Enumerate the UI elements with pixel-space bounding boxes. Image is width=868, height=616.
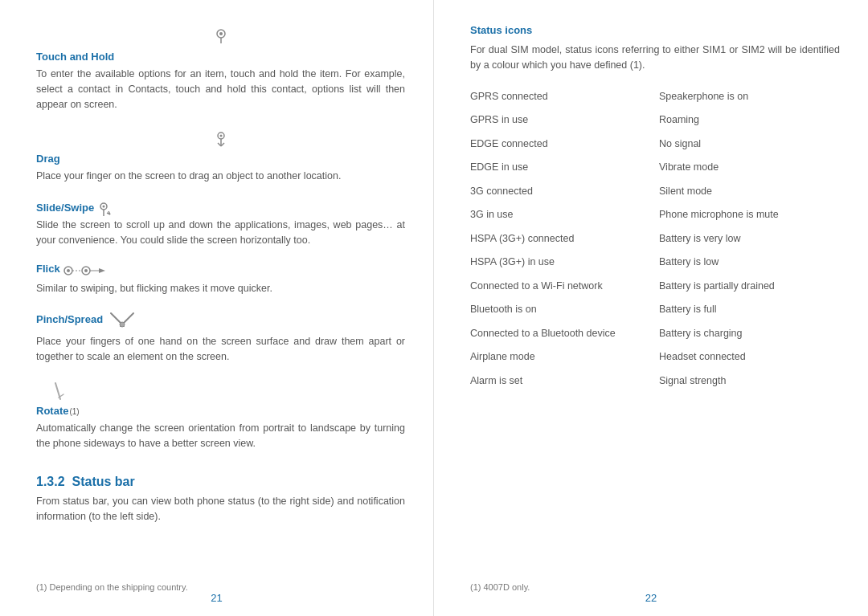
- drag-icon: [212, 129, 230, 147]
- svg-point-22: [120, 322, 125, 327]
- pinch-spread-icon: [108, 310, 137, 332]
- status-item: Battery is charging: [659, 322, 840, 346]
- slide-swipe-icon: [97, 200, 115, 218]
- status-item: Vibrate mode: [659, 156, 840, 180]
- rotate-title: Rotate: [36, 405, 68, 417]
- pinch-spread-body: Place your fingers of one hand on the sc…: [36, 334, 405, 365]
- status-item: Alarm is set: [470, 369, 651, 394]
- status-col-2: Speakerphone is onRoamingNo signalVibrat…: [659, 85, 840, 601]
- status-item: Battery is partially drained: [659, 275, 840, 299]
- status-icons-title: Status icons: [470, 24, 840, 36]
- status-item: GPRS in use: [470, 108, 651, 133]
- svg-point-1: [219, 32, 223, 35]
- rotate-icon: [52, 381, 68, 401]
- svg-point-9: [103, 206, 105, 208]
- touch-hold-icon-container: [36, 27, 405, 47]
- status-item: HSPA (3G+) in use: [470, 251, 651, 275]
- status-item: GPRS connected: [470, 85, 651, 109]
- status-intro: For dual SIM model, status icons referri…: [470, 43, 840, 73]
- status-item: Connected to a Wi-Fi network: [470, 275, 651, 299]
- status-item: Roaming: [659, 108, 840, 133]
- status-table: GPRS connectedGPRS in useEDGE connectedE…: [470, 85, 840, 601]
- chapter-title: Status bar: [72, 475, 134, 488]
- pinch-spread-section: Pinch/Spread Place your fingers of one h…: [36, 310, 405, 373]
- status-item: Battery is low: [659, 251, 840, 275]
- status-item: EDGE connected: [470, 133, 651, 157]
- page: Touch and Hold To enter the available op…: [0, 0, 868, 616]
- status-item: Bluetooth is on: [470, 298, 651, 322]
- status-item: Airplane mode: [470, 345, 651, 369]
- status-item: Battery is full: [659, 298, 840, 322]
- drag-body: Place your finger on the screen to drag …: [36, 169, 405, 184]
- slide-swipe-section: Slide/Swipe Slide the screen to scroll u…: [36, 198, 405, 256]
- flick-title: Flick: [36, 263, 60, 275]
- right-column: Status icons For dual SIM model, status …: [434, 0, 868, 616]
- status-item: 3G in use: [470, 203, 651, 227]
- chapter-heading: 1.3.2 Status bar: [36, 475, 405, 489]
- chapter-number: 1.3.2: [36, 475, 65, 488]
- right-footnote: (1) 4007D only.: [470, 582, 530, 592]
- status-item: No signal: [659, 133, 840, 157]
- left-page-number: 21: [211, 592, 222, 604]
- left-column: Touch and Hold To enter the available op…: [0, 0, 434, 616]
- rotate-superscript: (1): [69, 407, 79, 416]
- rotate-section: Rotate (1) Automatically change the scre…: [36, 379, 405, 459]
- touch-hold-icon: [212, 27, 230, 45]
- flick-icon: [63, 264, 112, 277]
- svg-point-4: [219, 135, 222, 137]
- right-page-number: 22: [645, 592, 657, 604]
- left-footnote: (1) Depending on the shipping country.: [36, 582, 188, 592]
- drag-section: Drag Place your finger on the screen to …: [36, 126, 405, 192]
- svg-point-17: [84, 269, 88, 272]
- status-item: Connected to a Bluetooth device: [470, 322, 651, 346]
- touch-hold-section: Touch and Hold To enter the available op…: [36, 24, 405, 120]
- touch-hold-body: To enter the available options for an it…: [36, 67, 405, 112]
- drag-title: Drag: [36, 153, 405, 165]
- status-item: EDGE in use: [470, 156, 651, 180]
- status-col-1: GPRS connectedGPRS in useEDGE connectedE…: [470, 85, 651, 601]
- slide-swipe-title: Slide/Swipe: [36, 202, 94, 214]
- status-item: 3G connected: [470, 180, 651, 204]
- status-item: Phone microphone is mute: [659, 203, 840, 227]
- status-item: HSPA (3G+) connected: [470, 227, 651, 251]
- status-item: Signal strength: [659, 369, 840, 394]
- status-item: Battery is very low: [659, 227, 840, 251]
- status-item: Headset connected: [659, 345, 840, 369]
- svg-point-14: [67, 269, 70, 272]
- rotate-body: Automatically change the screen orientat…: [36, 421, 405, 451]
- chapter-body: From status bar, you can view both phone…: [36, 494, 405, 524]
- svg-marker-19: [99, 268, 105, 273]
- pinch-spread-title: Pinch/Spread: [36, 313, 103, 325]
- flick-body: Similar to swiping, but flicking makes i…: [36, 281, 405, 296]
- status-item: Silent mode: [659, 180, 840, 204]
- flick-section: Flick Similar to swiping, but flicking m…: [36, 263, 405, 304]
- touch-hold-title: Touch and Hold: [36, 51, 405, 63]
- slide-swipe-body: Slide the screen to scroll up and down t…: [36, 218, 405, 248]
- status-item: Speakerphone is on: [659, 85, 840, 109]
- drag-icon-container: [36, 129, 405, 149]
